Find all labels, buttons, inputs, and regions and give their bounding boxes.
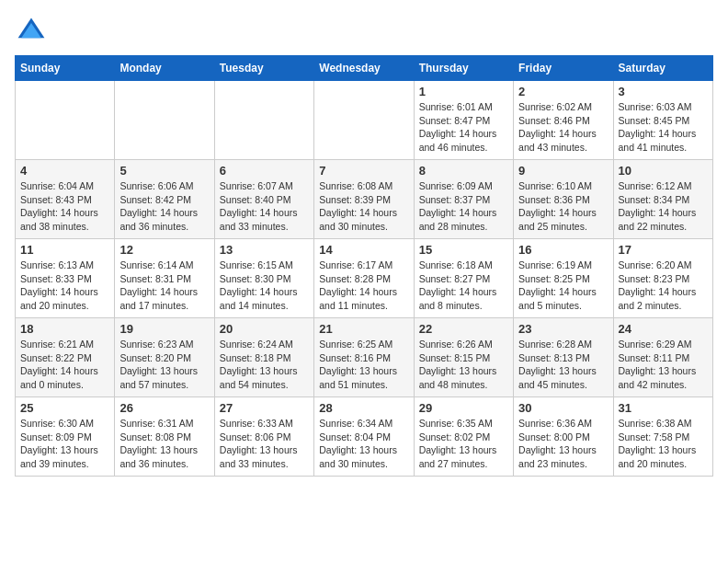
day-number: 15 [419, 243, 508, 257]
day-number: 13 [220, 243, 309, 257]
day-info: Sunrise: 6:26 AM Sunset: 8:15 PM Dayligh… [419, 338, 508, 392]
day-number: 27 [220, 401, 309, 415]
calendar-day-cell: 8Sunrise: 6:09 AM Sunset: 8:37 PM Daylig… [414, 160, 513, 239]
calendar-day-cell: 10Sunrise: 6:12 AM Sunset: 8:34 PM Dayli… [613, 160, 712, 239]
day-number: 29 [419, 401, 508, 415]
day-info: Sunrise: 6:20 AM Sunset: 8:23 PM Dayligh… [619, 259, 708, 313]
weekday-header: Tuesday [214, 56, 313, 81]
calendar-day-cell: 11Sunrise: 6:13 AM Sunset: 8:33 PM Dayli… [16, 239, 115, 318]
calendar-day-cell: 15Sunrise: 6:18 AM Sunset: 8:27 PM Dayli… [414, 239, 513, 318]
calendar-day-cell: 22Sunrise: 6:26 AM Sunset: 8:15 PM Dayli… [414, 318, 513, 397]
day-number: 7 [319, 164, 408, 178]
day-number: 2 [518, 85, 608, 98]
day-info: Sunrise: 6:34 AM Sunset: 8:04 PM Dayligh… [319, 417, 408, 471]
day-info: Sunrise: 6:25 AM Sunset: 8:16 PM Dayligh… [319, 338, 408, 392]
day-number: 10 [619, 164, 708, 178]
day-info: Sunrise: 6:17 AM Sunset: 8:28 PM Dayligh… [319, 259, 408, 313]
day-info: Sunrise: 6:36 AM Sunset: 8:00 PM Dayligh… [518, 417, 608, 471]
weekday-header: Friday [514, 56, 613, 81]
day-number: 8 [419, 164, 508, 178]
day-info: Sunrise: 6:30 AM Sunset: 8:09 PM Dayligh… [20, 417, 109, 471]
day-number: 24 [619, 322, 708, 336]
calendar-day-cell: 9Sunrise: 6:10 AM Sunset: 8:36 PM Daylig… [514, 160, 613, 239]
weekday-header: Monday [115, 56, 214, 81]
weekday-header: Sunday [16, 56, 115, 81]
day-info: Sunrise: 6:28 AM Sunset: 8:13 PM Dayligh… [518, 338, 608, 392]
calendar-day-cell: 16Sunrise: 6:19 AM Sunset: 8:25 PM Dayli… [514, 239, 613, 318]
day-number: 30 [518, 401, 608, 415]
day-number: 5 [119, 164, 209, 178]
calendar-day-cell: 14Sunrise: 6:17 AM Sunset: 8:28 PM Dayli… [314, 239, 414, 318]
calendar-week-row: 25Sunrise: 6:30 AM Sunset: 8:09 PM Dayli… [16, 397, 713, 477]
weekday-header: Saturday [613, 56, 712, 81]
day-number: 4 [20, 164, 109, 178]
day-number: 3 [619, 85, 708, 98]
logo-icon [15, 15, 48, 48]
weekday-header: Thursday [414, 56, 513, 81]
day-info: Sunrise: 6:07 AM Sunset: 8:40 PM Dayligh… [220, 179, 309, 234]
day-info: Sunrise: 6:21 AM Sunset: 8:22 PM Dayligh… [20, 338, 109, 392]
calendar-day-cell: 30Sunrise: 6:36 AM Sunset: 8:00 PM Dayli… [514, 397, 613, 477]
day-number: 1 [419, 85, 508, 98]
day-info: Sunrise: 6:13 AM Sunset: 8:33 PM Dayligh… [20, 259, 109, 313]
calendar-day-cell: 25Sunrise: 6:30 AM Sunset: 8:09 PM Dayli… [16, 397, 115, 477]
day-number: 28 [319, 401, 408, 415]
day-number: 17 [619, 243, 708, 257]
day-number: 22 [419, 322, 508, 336]
calendar-day-cell: 18Sunrise: 6:21 AM Sunset: 8:22 PM Dayli… [16, 318, 115, 397]
calendar-day-cell: 29Sunrise: 6:35 AM Sunset: 8:02 PM Dayli… [414, 397, 513, 477]
day-number: 31 [619, 401, 708, 415]
day-info: Sunrise: 6:08 AM Sunset: 8:39 PM Dayligh… [319, 179, 408, 234]
calendar-day-cell: 1Sunrise: 6:01 AM Sunset: 8:47 PM Daylig… [414, 81, 513, 160]
day-number: 19 [119, 322, 209, 336]
day-info: Sunrise: 6:23 AM Sunset: 8:20 PM Dayligh… [119, 338, 209, 392]
calendar-day-cell: 12Sunrise: 6:14 AM Sunset: 8:31 PM Dayli… [115, 239, 214, 318]
calendar-week-row: 1Sunrise: 6:01 AM Sunset: 8:47 PM Daylig… [16, 81, 713, 160]
day-number: 11 [20, 243, 109, 257]
day-info: Sunrise: 6:01 AM Sunset: 8:47 PM Dayligh… [419, 100, 508, 155]
day-info: Sunrise: 6:09 AM Sunset: 8:37 PM Dayligh… [419, 179, 508, 234]
weekday-header: Wednesday [314, 56, 414, 81]
day-number: 20 [220, 322, 309, 336]
day-number: 12 [119, 243, 209, 257]
calendar-week-row: 18Sunrise: 6:21 AM Sunset: 8:22 PM Dayli… [16, 318, 713, 397]
day-info: Sunrise: 6:18 AM Sunset: 8:27 PM Dayligh… [419, 259, 508, 313]
logo [15, 15, 51, 48]
calendar-day-cell: 6Sunrise: 6:07 AM Sunset: 8:40 PM Daylig… [214, 160, 313, 239]
calendar-day-cell: 7Sunrise: 6:08 AM Sunset: 8:39 PM Daylig… [314, 160, 414, 239]
calendar-day-cell: 21Sunrise: 6:25 AM Sunset: 8:16 PM Dayli… [314, 318, 414, 397]
calendar-day-cell: 24Sunrise: 6:29 AM Sunset: 8:11 PM Dayli… [613, 318, 712, 397]
calendar-week-row: 11Sunrise: 6:13 AM Sunset: 8:33 PM Dayli… [16, 239, 713, 318]
day-number: 6 [220, 164, 309, 178]
calendar-day-cell: 5Sunrise: 6:06 AM Sunset: 8:42 PM Daylig… [115, 160, 214, 239]
day-number: 26 [119, 401, 209, 415]
day-number: 14 [319, 243, 408, 257]
calendar-day-cell: 2Sunrise: 6:02 AM Sunset: 8:46 PM Daylig… [514, 81, 613, 160]
day-info: Sunrise: 6:03 AM Sunset: 8:45 PM Dayligh… [619, 100, 708, 155]
calendar-table: SundayMondayTuesdayWednesdayThursdayFrid… [15, 55, 713, 477]
calendar-day-cell [16, 81, 115, 160]
day-info: Sunrise: 6:10 AM Sunset: 8:36 PM Dayligh… [518, 179, 608, 234]
day-number: 25 [20, 401, 109, 415]
page-header [15, 15, 713, 48]
day-number: 9 [518, 164, 608, 178]
calendar-day-cell: 31Sunrise: 6:38 AM Sunset: 7:58 PM Dayli… [613, 397, 712, 477]
day-info: Sunrise: 6:19 AM Sunset: 8:25 PM Dayligh… [518, 259, 608, 313]
calendar-day-cell [214, 81, 313, 160]
day-number: 23 [518, 322, 608, 336]
day-info: Sunrise: 6:14 AM Sunset: 8:31 PM Dayligh… [119, 259, 209, 313]
day-info: Sunrise: 6:38 AM Sunset: 7:58 PM Dayligh… [619, 417, 708, 471]
day-number: 21 [319, 322, 408, 336]
calendar-day-cell [115, 81, 214, 160]
day-info: Sunrise: 6:33 AM Sunset: 8:06 PM Dayligh… [220, 417, 309, 471]
day-number: 16 [518, 243, 608, 257]
calendar-day-cell [314, 81, 414, 160]
calendar-header-row: SundayMondayTuesdayWednesdayThursdayFrid… [16, 56, 713, 81]
calendar-day-cell: 27Sunrise: 6:33 AM Sunset: 8:06 PM Dayli… [214, 397, 313, 477]
day-info: Sunrise: 6:06 AM Sunset: 8:42 PM Dayligh… [119, 179, 209, 234]
calendar-day-cell: 26Sunrise: 6:31 AM Sunset: 8:08 PM Dayli… [115, 397, 214, 477]
day-info: Sunrise: 6:35 AM Sunset: 8:02 PM Dayligh… [419, 417, 508, 471]
day-info: Sunrise: 6:02 AM Sunset: 8:46 PM Dayligh… [518, 100, 608, 155]
calendar-day-cell: 17Sunrise: 6:20 AM Sunset: 8:23 PM Dayli… [613, 239, 712, 318]
day-info: Sunrise: 6:15 AM Sunset: 8:30 PM Dayligh… [220, 259, 309, 313]
